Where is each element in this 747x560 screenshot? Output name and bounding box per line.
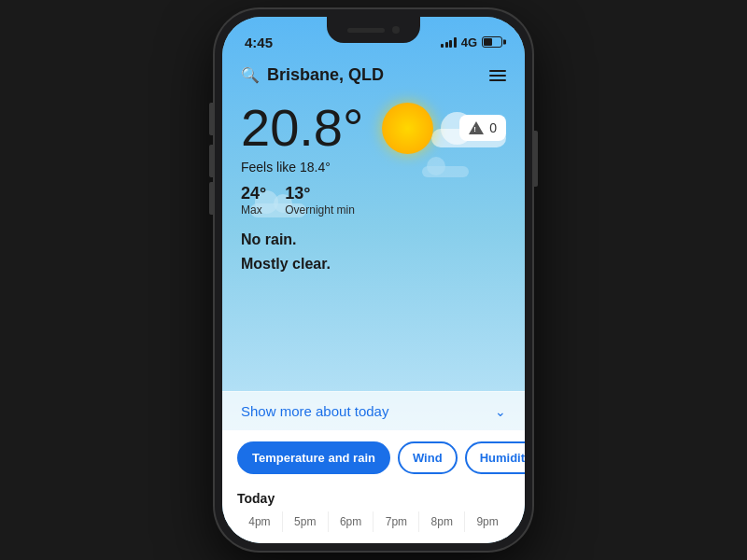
feels-like-value: 18.4°	[300, 160, 331, 175]
chevron-down-icon: ⌄	[495, 404, 506, 419]
feels-like: Feels like 18.4°	[241, 160, 506, 175]
menu-button[interactable]	[489, 70, 506, 81]
search-left: 🔍 Brisbane, QLD	[241, 65, 384, 85]
condition-rain: No rain.	[241, 228, 506, 252]
battery-fill	[484, 38, 492, 46]
overnight-temp-item: 13° Overnight min	[285, 184, 355, 217]
signal-bar-4	[454, 37, 457, 48]
status-icons: 4G	[441, 35, 502, 49]
search-bar[interactable]: 🔍 Brisbane, QLD	[222, 58, 525, 92]
condition-text: No rain. Mostly clear.	[241, 228, 506, 275]
condition-sky: Mostly clear.	[241, 252, 506, 276]
max-temp-value: 24°	[241, 184, 266, 203]
max-temp-label: Max	[241, 203, 266, 217]
status-time: 4:45	[245, 35, 273, 50]
timeline-hours: 4pm 5pm 6pm 7pm 8pm 9pm	[237, 511, 510, 532]
signal-bar-2	[445, 42, 448, 48]
hour-4pm: 4pm	[237, 511, 283, 532]
hour-5pm: 5pm	[283, 511, 329, 532]
alert-triangle-icon	[469, 121, 484, 134]
alert-count: 0	[489, 120, 497, 135]
menu-line-3	[489, 79, 506, 81]
sun-icon	[382, 103, 433, 154]
phone-screen: 4:45 4G 🔍 B	[222, 17, 525, 543]
alert-badge[interactable]: 0	[459, 115, 506, 141]
hour-7pm: 7pm	[374, 511, 419, 532]
camera	[392, 26, 400, 34]
location-display[interactable]: Brisbane, QLD	[267, 65, 384, 85]
signal-icon	[441, 36, 457, 48]
phone-frame: 4:45 4G 🔍 B	[215, 9, 532, 551]
timeline: Today 4pm 5pm 6pm 7pm 8pm 9pm	[222, 483, 525, 543]
tab-humidity[interactable]: Humidity	[465, 441, 525, 474]
overnight-temp-value: 13°	[285, 184, 355, 203]
feels-like-label: Feels like	[241, 160, 296, 175]
menu-line-1	[489, 70, 506, 72]
temp-range: 24° Max 13° Overnight min	[241, 184, 506, 217]
speaker	[347, 28, 385, 33]
notch	[327, 17, 420, 43]
network-label: 4G	[461, 35, 477, 49]
hour-9pm: 9pm	[465, 511, 510, 532]
timeline-label: Today	[237, 491, 510, 506]
battery-icon	[482, 36, 502, 48]
tab-temperature-rain[interactable]: Temperature and rain	[237, 441, 390, 474]
signal-bar-1	[441, 44, 444, 48]
phone-content: 4:45 4G 🔍 B	[222, 17, 525, 543]
signal-bar-3	[449, 40, 452, 48]
hour-6pm: 6pm	[329, 511, 374, 532]
tab-wind[interactable]: Wind	[398, 441, 458, 474]
search-icon: 🔍	[241, 66, 260, 84]
menu-line-2	[489, 75, 506, 77]
hour-8pm: 8pm	[419, 511, 465, 532]
max-temp-item: 24° Max	[241, 184, 266, 217]
bottom-panel: Temperature and rain Wind Humidity Today…	[222, 430, 525, 543]
show-more-button[interactable]: Show more about today ⌄	[222, 391, 525, 430]
overnight-temp-label: Overnight min	[285, 203, 355, 217]
weather-main: 20.8° 0 Feels like 18.4° 24° Max	[222, 92, 525, 391]
tabs-row: Temperature and rain Wind Humidity	[222, 430, 525, 483]
show-more-label: Show more about today	[241, 403, 388, 419]
temp-row: 20.8° 0	[241, 102, 506, 154]
main-temperature: 20.8°	[241, 102, 363, 154]
